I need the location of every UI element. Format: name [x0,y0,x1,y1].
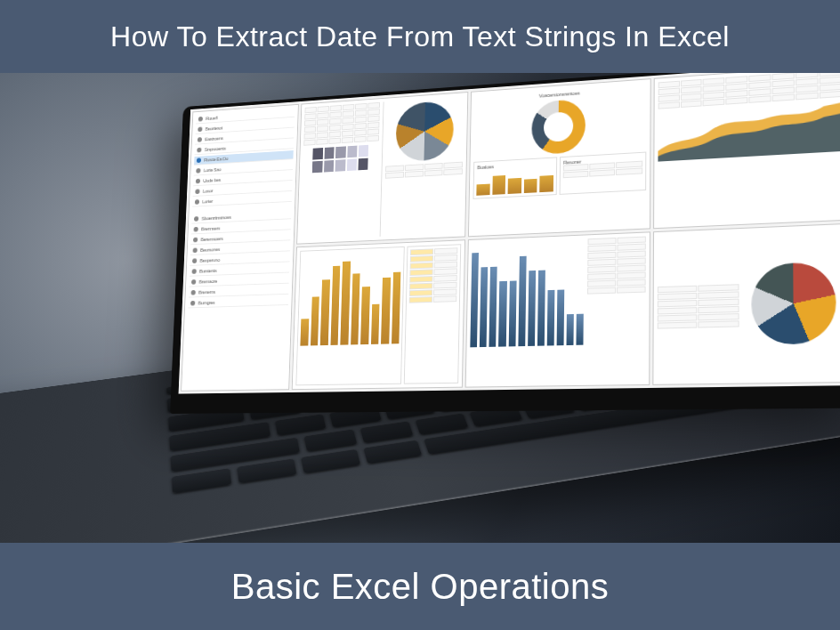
area-chart [658,97,840,162]
laptop: Ruuefl Beortesot Eastroens Srspwoents Ru… [101,73,840,543]
donut-chart [532,99,586,155]
panel-bottom-1 [292,239,466,390]
laptop-brand: Mearok [474,397,512,408]
pie-chart-1 [395,101,454,163]
pie-chart-2 [751,262,836,345]
top-title: How To Extract Date From Text Strings In… [110,20,730,53]
bar-chart-gold [300,249,401,345]
panel-top-1 [296,92,468,244]
panel-top-3 [653,73,840,229]
panel-bottom-3 [652,222,840,385]
sidebar-panel: Ruuefl Beortesot Eastroens Srspwoents Ru… [181,104,299,392]
panel-bottom-2 [465,231,650,388]
bottom-banner: Basic Excel Operations [0,543,840,630]
mini-bars-1 [477,166,554,196]
bottom-title: Basic Excel Operations [231,567,610,607]
top-banner: How To Extract Date From Text Strings In… [0,0,840,73]
panel-top-2: Voacersionsrentoes Bualoes Resoner [468,78,650,237]
mini-table [303,102,379,146]
swatch-grid [312,145,368,173]
dashboard: Ruuefl Beortesot Eastroens Srspwoents Ru… [179,73,840,394]
laptop-screen: Ruuefl Beortesot Eastroens Srspwoents Ru… [170,73,840,414]
hero-image: Ruuefl Beortesot Eastroens Srspwoents Ru… [0,73,840,543]
bar-chart-blue [471,238,585,347]
